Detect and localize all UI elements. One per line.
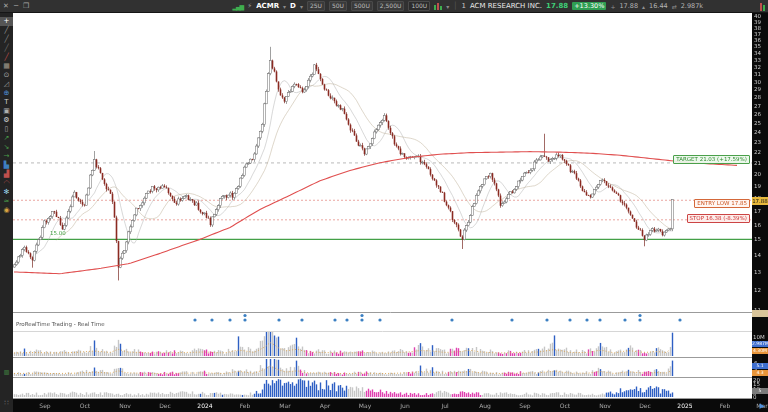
volume-orange-badge: 4.30M bbox=[752, 348, 768, 354]
trendline-tool-icon[interactable]: ╱ bbox=[0, 26, 13, 35]
stat-value-1: 17.88 bbox=[619, 2, 638, 10]
unit-selected-button[interactable]: 100U bbox=[408, 1, 430, 11]
stat-volume-icon: ⇄ bbox=[672, 3, 677, 10]
timeframe-caret-icon[interactable]: ▾ bbox=[300, 3, 303, 10]
unit-button-25[interactable]: 25U bbox=[307, 1, 325, 11]
window-controls: ✕ ─ ❒ bbox=[3, 2, 29, 10]
panel-indicator-icon[interactable]: ▥ bbox=[0, 368, 13, 375]
indicator-tool-icon[interactable]: ◉ bbox=[0, 206, 13, 215]
support-line-label[interactable]: 15.00 bbox=[50, 230, 66, 236]
green-arrow-down-tool-icon[interactable]: ↘ bbox=[0, 143, 13, 152]
indicator3-badge: 5 bbox=[752, 388, 768, 394]
arc-tool-icon[interactable]: ◠ bbox=[0, 179, 13, 188]
chart-type-caret-icon[interactable]: ▾ bbox=[446, 3, 449, 10]
unit-button-50[interactable]: 50U bbox=[329, 1, 347, 11]
segment-tool-icon[interactable]: ╱ bbox=[0, 44, 13, 53]
entry-level-label[interactable]: ENTRY LOW 17.85 bbox=[694, 199, 750, 208]
chart-type-icon[interactable] bbox=[434, 2, 442, 10]
stat-arrow-icon: ▴ bbox=[642, 3, 645, 10]
snowflake-tool-icon[interactable]: ✻ bbox=[0, 188, 13, 197]
minimize-window-icon[interactable]: ─ bbox=[14, 2, 18, 10]
axis-marker-badge bbox=[752, 310, 768, 317]
unit-button-2500[interactable]: 2,500U bbox=[377, 1, 405, 11]
symbol-selector[interactable]: ACMR bbox=[256, 2, 279, 10]
pane-number: 1 bbox=[461, 2, 465, 10]
trading-app-window: ✕ ─ ❒ ▂▄▆ ⚡ ACMR ▾ D ▾ 25U 50U 500U 2,50… bbox=[0, 0, 768, 412]
symbol-caret-icon[interactable]: ▾ bbox=[283, 3, 286, 10]
stat-volume-value: 2.987k bbox=[681, 2, 703, 10]
move-tool-icon[interactable]: ⊕ bbox=[0, 89, 13, 98]
chart-canvas[interactable] bbox=[0, 0, 768, 412]
connection-signal-icon: ▂▄▆ bbox=[232, 3, 243, 10]
scroll-right-arrow[interactable]: ▶ bbox=[760, 402, 765, 410]
plug-icon: ⚡ bbox=[247, 2, 252, 10]
red-pencil-tool-icon[interactable]: ╱ bbox=[0, 53, 13, 62]
volume-blue-badge: 2.987M bbox=[752, 341, 768, 347]
top-toolbar: ✕ ─ ❒ ▂▄▆ ⚡ ACMR ▾ D ▾ 25U 50U 500U 2,50… bbox=[0, 0, 768, 13]
stat-value-2: 16.44 bbox=[649, 2, 668, 10]
duplicate-tool-icon[interactable]: ▣ bbox=[0, 107, 13, 116]
instrument-name: ACM RESEARCH INC. bbox=[470, 2, 542, 10]
zoom-tool-icon[interactable]: ⊙ bbox=[0, 71, 13, 80]
indicator2-orange-badge: 4.3 bbox=[752, 370, 768, 376]
image-tool-icon[interactable]: ▦ bbox=[0, 62, 13, 71]
red-chart-tool-icon[interactable]: ▟ bbox=[0, 170, 13, 179]
trash-tool-icon[interactable]: ▯ bbox=[0, 125, 13, 134]
cursor-tool-icon[interactable]: + bbox=[0, 17, 13, 26]
change-percent-badge: +13.30% bbox=[572, 2, 606, 10]
stat-plus-icon: + bbox=[610, 3, 615, 10]
last-price-axis-badge: 17.88 bbox=[752, 197, 768, 205]
restore-window-icon[interactable]: ❒ bbox=[23, 2, 29, 10]
indicator2-blue-badge: 5.1 bbox=[752, 363, 768, 369]
platform-watermark: ProRealTime Trading - Real Time bbox=[16, 321, 105, 327]
blue-chart-tool-icon[interactable]: ▙ bbox=[0, 161, 13, 170]
green-segment-tool-icon[interactable]: → bbox=[0, 152, 13, 161]
candle-icon[interactable] bbox=[760, 3, 765, 11]
toolbar-divider: │ bbox=[453, 2, 457, 10]
close-window-icon[interactable]: ✕ bbox=[3, 2, 9, 10]
ruler-tool-icon[interactable]: ◿ bbox=[0, 80, 13, 89]
wave-tool-icon[interactable]: ≈ bbox=[0, 197, 13, 206]
unit-button-500[interactable]: 500U bbox=[351, 1, 373, 11]
target-level-label[interactable]: TARGET 21.03 (+17.59%) bbox=[673, 155, 750, 164]
last-price: 17.88 bbox=[546, 2, 568, 10]
stop-level-label[interactable]: STOP 16.38 (-8.39%) bbox=[687, 214, 751, 223]
grip-icon[interactable]: ∷ bbox=[0, 399, 13, 407]
drawing-toolbar: +╱╱╱╱▦⊙◿⊕T▣⚙▯↗↘→▙▟◠✻≈◉▥∷ bbox=[0, 13, 13, 412]
settings-tool-icon[interactable]: ⚙ bbox=[0, 116, 13, 125]
green-arrow-up-tool-icon[interactable]: ↗ bbox=[0, 134, 13, 143]
timeframe-selector[interactable]: D bbox=[290, 2, 296, 10]
ray-tool-icon[interactable]: ╱ bbox=[0, 35, 13, 44]
text-tool-icon[interactable]: T bbox=[0, 98, 13, 107]
